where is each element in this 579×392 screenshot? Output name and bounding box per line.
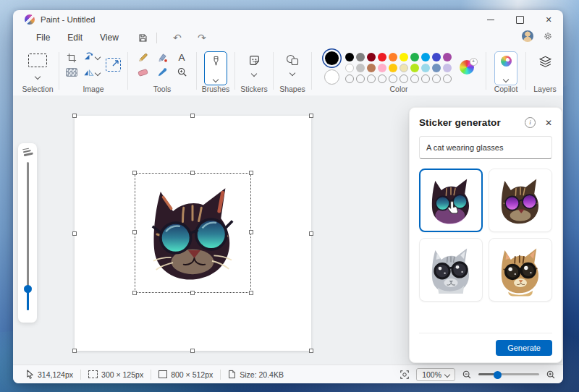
color-swatch[interactable] xyxy=(367,64,376,72)
menu-view[interactable]: View xyxy=(91,30,127,45)
selection-handle-n[interactable] xyxy=(190,171,195,175)
brushes-button-selected[interactable] xyxy=(204,51,227,85)
color-swatch[interactable] xyxy=(400,64,408,72)
rotate-button[interactable] xyxy=(83,51,100,62)
chevron-down-icon[interactable] xyxy=(35,73,41,79)
color-swatch-empty[interactable] xyxy=(443,74,452,83)
color-swatch[interactable] xyxy=(421,53,430,61)
layers-group[interactable]: Layers xyxy=(527,46,563,95)
sticker-thumbnail-4[interactable] xyxy=(489,238,552,302)
stickers-group[interactable]: Stickers xyxy=(236,46,272,95)
color-swatch[interactable] xyxy=(356,64,365,72)
generate-button[interactable]: Generate xyxy=(496,340,552,356)
color-swatch[interactable] xyxy=(410,64,419,72)
brush-size-slider[interactable] xyxy=(27,162,29,310)
selection-handle-s[interactable] xyxy=(190,291,195,295)
color-swatch[interactable] xyxy=(389,64,397,72)
color-swatch[interactable] xyxy=(378,53,386,61)
color-swatch[interactable] xyxy=(410,53,419,61)
primary-color-swatch[interactable] xyxy=(325,51,339,65)
redo-button[interactable]: ↷ xyxy=(193,30,211,45)
copilot-button[interactable] xyxy=(494,51,517,85)
eraser-icon[interactable] xyxy=(138,67,148,77)
menu-edit[interactable]: Edit xyxy=(59,30,91,45)
magnifier-icon[interactable] xyxy=(177,67,187,77)
canvas-handle-s[interactable] xyxy=(190,349,195,353)
color-swatch-empty[interactable] xyxy=(345,74,354,83)
fill-marker-icon[interactable] xyxy=(157,52,168,63)
color-swatch[interactable] xyxy=(432,64,441,72)
color-swatch-empty[interactable] xyxy=(400,74,408,83)
remove-background-icon[interactable] xyxy=(66,68,77,77)
sticker-thumbnail-1[interactable] xyxy=(419,169,483,232)
section-label-selection: Selection xyxy=(22,85,53,93)
text-tool-icon[interactable]: A xyxy=(178,53,185,63)
maximize-button[interactable] xyxy=(505,10,534,29)
selection-handle-ne[interactable] xyxy=(249,171,253,175)
color-swatch[interactable] xyxy=(421,64,430,72)
color-swatch[interactable] xyxy=(345,53,354,61)
account-avatar[interactable] xyxy=(522,30,533,42)
color-swatch[interactable] xyxy=(432,53,441,61)
zoom-in-icon[interactable] xyxy=(546,370,556,380)
close-button[interactable]: ✕ xyxy=(534,10,563,29)
selection-handle-se[interactable] xyxy=(249,291,253,295)
selection-handle-nw[interactable] xyxy=(132,171,137,175)
sticker-thumbnail-2[interactable] xyxy=(489,169,552,232)
copilot-group[interactable]: Copilot xyxy=(487,46,525,95)
color-swatch-empty[interactable] xyxy=(367,74,376,83)
brush-icon xyxy=(211,56,221,67)
selection-rectangle[interactable] xyxy=(135,173,251,293)
color-swatch-empty[interactable] xyxy=(421,74,430,83)
canvas-handle-se[interactable] xyxy=(309,349,313,353)
color-swatch[interactable] xyxy=(345,64,354,72)
selection-handle-w[interactable] xyxy=(132,230,137,234)
titlebar[interactable]: Paint - Untitled ✕ xyxy=(13,10,563,29)
color-swatch-empty[interactable] xyxy=(356,74,365,83)
info-icon[interactable]: i xyxy=(525,117,536,128)
selection-handle-e[interactable] xyxy=(249,230,253,234)
undo-button[interactable]: ↶ xyxy=(169,30,186,45)
eyedropper-icon[interactable] xyxy=(157,67,168,77)
slider-thumb[interactable] xyxy=(24,285,32,293)
canvas-handle-w[interactable] xyxy=(72,231,77,236)
zoom-slider[interactable] xyxy=(478,370,539,379)
zoom-out-icon[interactable] xyxy=(462,370,472,380)
canvas-handle-e[interactable] xyxy=(309,231,313,236)
selection-handle-sw[interactable] xyxy=(132,291,137,295)
settings-gear-icon[interactable] xyxy=(543,31,553,41)
canvas-handle-sw[interactable] xyxy=(72,349,77,353)
color-swatch[interactable] xyxy=(443,64,452,72)
color-swatch[interactable] xyxy=(389,53,397,61)
canvas-handle-ne[interactable] xyxy=(309,114,313,118)
color-swatch-empty[interactable] xyxy=(432,74,441,83)
resize-image-icon[interactable] xyxy=(106,58,121,72)
pencil-icon[interactable] xyxy=(138,52,148,63)
sticker-thumbnail-3[interactable] xyxy=(419,238,483,302)
selection-tool-group[interactable]: Selection xyxy=(17,46,58,95)
panel-close-icon[interactable]: ✕ xyxy=(545,118,552,128)
prompt-input[interactable] xyxy=(419,136,552,159)
menu-file[interactable]: File xyxy=(28,30,59,45)
zoom-slider-thumb[interactable] xyxy=(494,371,502,379)
color-swatch-empty[interactable] xyxy=(378,74,386,83)
brushes-group[interactable]: Brushes xyxy=(198,46,234,95)
color-swatch-empty[interactable] xyxy=(389,74,397,83)
color-swatch-empty[interactable] xyxy=(410,74,419,83)
shapes-group[interactable]: Shapes xyxy=(274,46,310,95)
color-swatch[interactable] xyxy=(378,64,386,72)
minimize-button[interactable] xyxy=(476,10,505,29)
color-swatch[interactable] xyxy=(356,53,365,61)
crop-icon[interactable] xyxy=(67,53,77,63)
flip-button[interactable] xyxy=(83,67,100,78)
fit-to-screen-icon[interactable] xyxy=(400,370,410,380)
save-button[interactable] xyxy=(135,30,152,45)
secondary-color-swatch[interactable] xyxy=(324,69,339,85)
canvas-handle-nw[interactable] xyxy=(72,114,77,118)
color-swatch[interactable] xyxy=(367,53,376,61)
color-swatch[interactable] xyxy=(443,53,452,61)
edit-colors-button[interactable]: + xyxy=(460,60,476,76)
canvas-handle-n[interactable] xyxy=(190,114,195,118)
color-swatch[interactable] xyxy=(400,53,408,61)
zoom-level-dropdown[interactable]: 100% xyxy=(416,368,455,381)
